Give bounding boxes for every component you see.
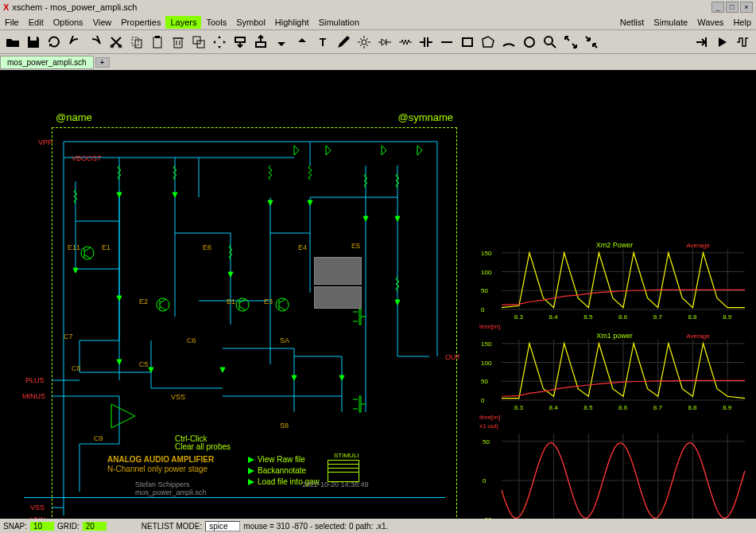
menu-waves[interactable]: Waves xyxy=(692,16,728,29)
netlist-label: NETLIST MODE: xyxy=(138,522,206,531)
menu-options[interactable]: Options xyxy=(48,16,88,29)
menu-file[interactable]: File xyxy=(0,16,24,29)
footer-rule xyxy=(24,497,445,498)
image-placeholder-2 xyxy=(314,286,362,309)
wave-icon[interactable] xyxy=(734,33,753,52)
svg-rect-4 xyxy=(153,37,161,48)
node-c7: C7 xyxy=(64,333,73,340)
pin-vboost: VBOOST xyxy=(72,154,102,162)
menu-symbol[interactable]: Symbol xyxy=(231,16,270,29)
svg-point-16 xyxy=(276,298,289,311)
menu-netlist[interactable]: Netlist xyxy=(615,16,649,29)
svg-rect-10 xyxy=(463,38,472,46)
arc-icon[interactable] xyxy=(499,33,518,52)
undo-icon[interactable] xyxy=(65,33,84,52)
grid-value[interactable]: 20 xyxy=(83,522,107,531)
paste-icon[interactable] xyxy=(148,33,167,52)
open-icon[interactable] xyxy=(3,33,22,52)
zoomout-icon[interactable] xyxy=(582,33,601,52)
redo-icon[interactable] xyxy=(86,33,105,52)
polygon-icon[interactable] xyxy=(479,33,498,52)
menu-tools[interactable]: Tools xyxy=(201,16,231,29)
menu-layers[interactable]: Layers xyxy=(165,16,201,29)
copy-icon[interactable] xyxy=(127,33,146,52)
node-e2: E2 xyxy=(139,298,148,305)
goto-icon[interactable] xyxy=(692,33,711,52)
node-e4: E4 xyxy=(298,243,307,251)
pin-minus: MINUS xyxy=(22,392,45,400)
menu-simulation[interactable]: Simulation xyxy=(314,16,364,29)
node-e3: E3 xyxy=(264,298,273,305)
menu-help[interactable]: Help xyxy=(728,16,756,29)
pop-icon[interactable] xyxy=(251,33,270,52)
zoomin-icon[interactable] xyxy=(561,33,580,52)
minimize-button[interactable]: _ xyxy=(711,2,724,13)
node-e6: E6 xyxy=(203,243,211,251)
plots-panel: Xm2 Power Average time[m] Xm1 power Aver… xyxy=(479,241,750,519)
menu-view[interactable]: View xyxy=(88,16,117,29)
node-b1: B1 xyxy=(227,298,235,305)
node-c8: C8 xyxy=(72,364,81,372)
menu-simulate[interactable]: Simulate xyxy=(649,16,692,29)
netlist-value[interactable]: spice xyxy=(205,521,240,531)
mouse-status: mouse = 310 -870 - selected: 0 path: .x1… xyxy=(240,522,391,531)
svg-point-9 xyxy=(362,40,366,45)
svg-point-13 xyxy=(81,247,94,259)
footer-author: Stefan Schippers xyxy=(135,480,190,488)
down-arrow-icon[interactable] xyxy=(272,33,291,52)
reload-icon[interactable] xyxy=(45,33,64,52)
delete-icon[interactable] xyxy=(169,33,188,52)
text-icon[interactable]: T xyxy=(313,33,332,52)
zoom-icon[interactable] xyxy=(541,33,560,52)
node-c5: C5 xyxy=(139,360,149,368)
node-e11: E11 xyxy=(68,243,80,251)
app-icon: X xyxy=(3,2,9,12)
menu-properties[interactable]: Properties xyxy=(116,16,165,29)
cut-icon[interactable] xyxy=(107,33,126,52)
circle-icon[interactable] xyxy=(520,33,539,52)
rect-icon[interactable] xyxy=(458,33,477,52)
schematic-svg xyxy=(16,118,461,519)
resistor-icon[interactable] xyxy=(396,33,415,52)
grid-label: GRID: xyxy=(54,522,83,531)
image-placeholder-1 xyxy=(314,257,362,285)
canvas[interactable]: @name @symname xyxy=(0,70,756,519)
node-s8: S8 xyxy=(280,422,289,430)
push-icon[interactable] xyxy=(231,33,250,52)
run-icon[interactable] xyxy=(713,33,732,52)
close-button[interactable]: × xyxy=(740,2,753,13)
tab-add-button[interactable]: + xyxy=(95,57,110,68)
maximize-button[interactable]: □ xyxy=(726,2,739,13)
node-e5: E5 xyxy=(351,242,360,250)
plot3-siglabel: x1.out| xyxy=(479,422,498,430)
pin-vss: VSS xyxy=(30,504,45,512)
svg-rect-5 xyxy=(155,36,160,38)
pencil-icon[interactable] xyxy=(334,33,353,52)
save-icon[interactable] xyxy=(24,33,43,52)
action-raw[interactable]: View Raw file xyxy=(248,455,305,464)
footer-timestamp: 2022-10-20 14:38:49 xyxy=(302,480,369,488)
plot2-xlabel: time[m] xyxy=(479,414,500,421)
sun-icon[interactable] xyxy=(355,33,374,52)
schematic-drawing: @name @symname xyxy=(16,118,461,519)
snap-label: SNAP: xyxy=(0,522,30,531)
move-icon[interactable] xyxy=(210,33,229,52)
menu-highlight[interactable]: Highlight xyxy=(270,16,314,29)
toolbar: T xyxy=(0,30,756,54)
duplicate-icon[interactable] xyxy=(189,33,208,52)
node-sa: SA xyxy=(280,337,289,344)
node-c6: C6 xyxy=(187,337,196,344)
node-e1: E1 xyxy=(102,243,110,251)
svg-text:T: T xyxy=(320,36,327,49)
window-titlebar: X xschem - mos_power_ampli.sch _ □ × xyxy=(0,0,756,14)
up-arrow-icon[interactable] xyxy=(293,33,312,52)
snap-value[interactable]: 10 xyxy=(30,522,54,531)
amp-title2: N-Channel only power stage xyxy=(107,465,207,473)
plot1-xlabel: time[m] xyxy=(479,323,500,330)
tab-current[interactable]: mos_power_ampli.sch xyxy=(0,56,94,69)
action-backannotate[interactable]: Backannotate xyxy=(248,466,306,475)
diode-icon[interactable] xyxy=(375,33,394,52)
menu-edit[interactable]: Edit xyxy=(24,16,48,29)
capacitor-icon[interactable] xyxy=(417,33,436,52)
line-icon[interactable] xyxy=(437,33,456,52)
